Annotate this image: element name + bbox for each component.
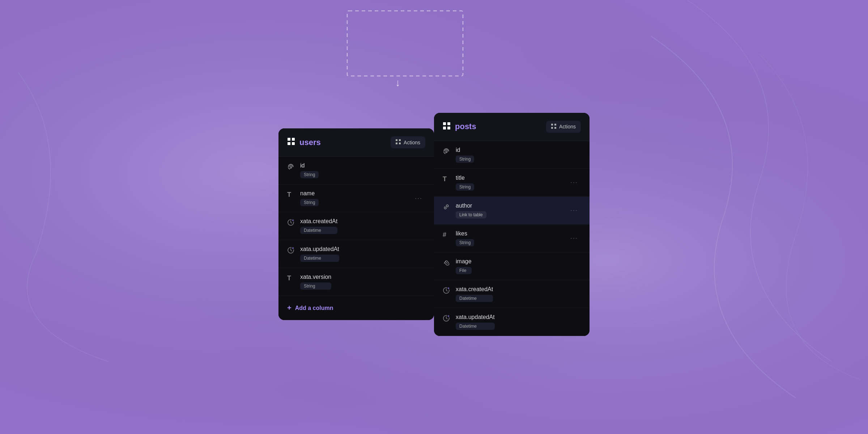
users-table-header: users Actions [278,128,434,157]
posts-col-likes-name: likes [456,230,474,237]
svg-rect-14 [399,142,401,144]
text-icon-version: T [287,275,295,282]
posts-col-title-more-button[interactable]: ··· [567,177,581,188]
posts-table-icon [443,122,451,132]
posts-actions-icon [551,124,556,130]
svg-text:↓: ↓ [395,77,400,88]
posts-col-likes-more-button[interactable]: ··· [567,233,581,243]
posts-col-id-type: String [456,156,474,163]
svg-rect-7 [288,138,290,141]
add-column-plus-icon: + [287,304,292,312]
users-actions-button[interactable]: Actions [391,136,425,148]
posts-col-likes: # likes String ··· [434,225,590,252]
posts-actions-button[interactable]: Actions [546,121,581,133]
posts-col-updatedat-name: xata.updatedAt [456,314,495,320]
svg-rect-13 [396,142,397,144]
users-table-name: users [299,138,321,147]
datetime-icon-updatedat [287,247,295,256]
users-col-version-type: String [300,282,331,290]
users-col-id-type: String [300,171,319,178]
posts-col-author-name: author [456,203,486,209]
posts-col-image-name: image [456,258,472,265]
svg-rect-8 [292,138,295,141]
users-col-updatedat: xata.updatedAt Datetime [278,240,434,268]
text-icon-title: T [443,175,451,183]
users-add-column[interactable]: + Add a column [278,296,434,320]
fingerprint-icon-posts-id [443,148,451,157]
svg-rect-10 [292,142,295,145]
posts-col-author: author Link to table ··· [434,197,590,225]
posts-table: posts Actions [434,113,590,336]
posts-col-updatedat-type: Datetime [456,323,495,330]
users-col-createdat: xata.createdAt Datetime [278,212,434,240]
posts-table-header: posts Actions [434,113,590,141]
posts-col-updatedat: xata.updatedAt Datetime [434,308,590,336]
users-col-name: T name String ··· [278,184,434,212]
users-col-name-more-button[interactable]: ··· [412,193,425,204]
users-actions-label: Actions [404,140,420,145]
users-col-updatedat-name: xata.updatedAt [300,246,339,252]
attachment-icon-image [443,259,451,268]
svg-rect-22 [443,127,446,129]
svg-rect-12 [399,139,401,141]
fingerprint-icon [287,163,295,172]
users-col-id: id String [278,157,434,184]
svg-rect-21 [447,122,450,125]
users-col-version-name: xata.version [300,274,331,280]
users-table: users Actions [278,128,434,320]
datetime-icon-posts-updatedat [443,315,451,324]
svg-rect-27 [554,127,556,129]
svg-rect-24 [551,124,553,125]
users-add-column-label: Add a column [295,305,333,311]
users-col-updatedat-type: Datetime [300,255,339,262]
users-col-createdat-type: Datetime [300,227,337,234]
posts-col-title-type: String [456,183,474,191]
users-col-name-name: name [300,190,319,197]
posts-col-title-name: title [456,175,474,181]
hash-icon-likes: # [443,231,451,239]
datetime-icon-createdat [287,219,295,228]
svg-point-15 [290,166,292,167]
posts-col-image-type: File [456,267,472,274]
link-icon-author [443,203,451,212]
users-col-version: T xata.version String [278,268,434,296]
text-icon-name: T [287,191,295,199]
posts-col-image: image File [434,252,590,280]
svg-rect-26 [551,127,553,129]
posts-col-title: T title String ··· [434,169,590,197]
svg-rect-20 [443,122,446,125]
users-col-name-type: String [300,199,319,206]
posts-col-author-more-button[interactable]: ··· [567,205,581,216]
users-col-createdat-name: xata.createdAt [300,218,337,225]
svg-rect-3 [347,11,463,76]
svg-rect-23 [447,127,450,129]
svg-point-28 [446,150,447,152]
posts-col-id-name: id [456,147,474,153]
posts-table-name: posts [455,122,476,131]
svg-rect-11 [396,139,397,141]
posts-col-id: id String [434,141,590,169]
posts-col-createdat: xata.createdAt Datetime [434,280,590,308]
posts-table-title-group: posts [443,122,476,132]
posts-col-createdat-name: xata.createdAt [456,286,493,293]
svg-rect-9 [288,142,290,145]
posts-col-likes-type: String [456,239,474,246]
posts-col-createdat-type: Datetime [456,295,493,302]
users-table-icon [287,137,295,147]
users-actions-icon [396,139,401,145]
posts-col-author-type: Link to table [456,211,486,218]
users-table-title-group: users [287,137,321,147]
posts-actions-label: Actions [559,124,576,129]
datetime-icon-posts-createdat [443,287,451,296]
users-col-id-name: id [300,162,319,169]
svg-rect-25 [554,124,556,125]
